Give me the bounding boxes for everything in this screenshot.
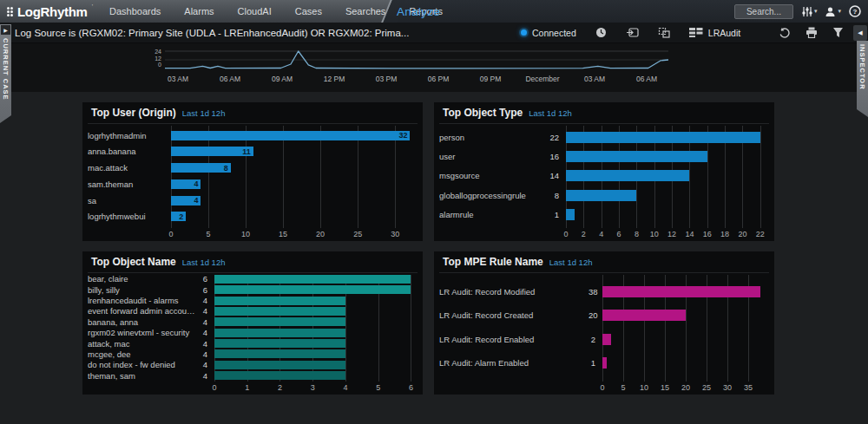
value-label: 20	[589, 310, 602, 320]
inspector-tab[interactable]: INSPECTOR	[857, 41, 868, 117]
bar[interactable]	[602, 286, 760, 297]
print-button[interactable]	[806, 27, 818, 38]
bar[interactable]: 2	[171, 212, 186, 221]
timeline-x-tick: 03 AM	[584, 75, 605, 83]
category-label: LR Audit: Record Enabled	[439, 335, 589, 344]
log-source-filter[interactable]: Log Source is (RGXM02: Primary Site (UDL…	[15, 28, 409, 38]
chart-row: msgsource14	[439, 170, 769, 181]
filters-dropdown[interactable]: ▾	[801, 6, 818, 17]
undo-button[interactable]	[779, 27, 791, 38]
panel-title: Top Object Name	[91, 256, 176, 268]
value-label: 4	[199, 306, 214, 316]
bar[interactable]	[214, 349, 345, 358]
category-label: msgsource	[439, 171, 543, 180]
bar[interactable]	[602, 334, 611, 345]
panel-header: Top Object Type Last 1d 12h	[439, 102, 769, 124]
bar[interactable]	[566, 151, 707, 162]
x-tick-label: 0	[563, 230, 568, 238]
bar[interactable]	[566, 190, 636, 201]
bar[interactable]	[214, 307, 345, 316]
timeline-x-tick: December	[525, 75, 559, 83]
chart-rows: logrhythmadmin32anna.banana11mac.attack8…	[88, 124, 418, 228]
panel-timerange: Last 1d 12h	[529, 108, 572, 118]
bar[interactable]	[214, 285, 411, 294]
bar[interactable]	[214, 329, 345, 337]
timeline-x-tick: 06 PM	[428, 75, 450, 83]
top-navbar: LogRhythm ' DashboardsAlarmsCloudAICases…	[0, 0, 868, 23]
bar-track	[602, 357, 769, 369]
user-menu[interactable]: ▾	[825, 6, 841, 17]
bar-track	[566, 132, 769, 143]
bar[interactable]	[566, 170, 689, 181]
bar[interactable]	[214, 275, 411, 284]
saved-search-selector[interactable]: LRAudit	[689, 28, 740, 38]
filter-button[interactable]	[832, 27, 844, 38]
chart-row: bear, claire6	[88, 274, 418, 284]
value-label: 6	[199, 285, 214, 295]
value-label: 4	[194, 179, 198, 188]
search-button[interactable]: Search...	[734, 4, 793, 19]
value-label: 4	[199, 349, 214, 359]
category-label: LR Audit: Record Created	[439, 310, 589, 320]
chart-rows: LR Audit: Record Modified38LR Audit: Rec…	[439, 273, 769, 382]
chart-rows: person22user16msgsource14globallogproces…	[439, 124, 769, 228]
bar[interactable]	[214, 339, 345, 348]
panel-header: Top MPE Rule Name Last 1d 12h	[439, 251, 769, 273]
value-label: 4	[199, 371, 214, 381]
chart-row: logrhythmwebui2	[88, 212, 418, 221]
chart-row: attack, mac4	[88, 339, 418, 349]
x-tick-label: 10	[650, 230, 659, 238]
panel-title: Top MPE Rule Name	[443, 256, 543, 268]
tab-analyze[interactable]: Analyze	[397, 0, 440, 23]
chart-row: theman, sam4	[88, 371, 418, 381]
x-tick-label: 10	[640, 383, 648, 392]
bar[interactable]	[566, 209, 575, 220]
value-label: 8	[224, 164, 228, 173]
bar[interactable]	[214, 361, 345, 369]
chart-area: LR Audit: Record Modified38LR Audit: Rec…	[439, 273, 769, 382]
panel-top-user-origin: Top User (Origin) Last 1d 12h logrhythma…	[82, 102, 423, 241]
time-range-button[interactable]	[595, 27, 607, 38]
x-tick-label: 5	[621, 383, 625, 392]
x-tick-label: 4	[343, 383, 347, 392]
panel-top-mpe-rule-name: Top MPE Rule Name Last 1d 12h LR Audit: …	[434, 251, 774, 395]
panel-timerange: Last 1d 12h	[182, 108, 226, 118]
nav-item-alarms[interactable]: Alarms	[184, 6, 214, 16]
timeline-plot[interactable]	[165, 49, 668, 70]
bar[interactable]	[214, 317, 345, 326]
bar[interactable]: 8	[171, 163, 231, 173]
bar-track	[214, 328, 418, 337]
connection-status: Connected	[521, 28, 576, 38]
bar[interactable]	[602, 357, 607, 369]
x-tick-label: 30	[391, 230, 399, 238]
category-label: logrhythmwebui	[88, 212, 171, 221]
add-to-case-button[interactable]	[626, 27, 639, 38]
bar-track	[214, 274, 418, 284]
bar[interactable]: 32	[171, 131, 410, 140]
bar[interactable]	[566, 132, 760, 143]
nav-item-searches[interactable]: Searches	[345, 6, 385, 16]
timeline-line-chart	[165, 49, 668, 70]
current-case-tab[interactable]: ▶ CURRENT CASE	[0, 24, 11, 123]
category-label: anna.banana	[88, 147, 171, 156]
bar[interactable]	[214, 371, 345, 380]
bar[interactable]: 11	[171, 147, 253, 156]
bar-track: 4	[171, 179, 418, 189]
bar-track	[566, 190, 769, 201]
clock-icon	[595, 27, 607, 38]
bar[interactable]: 4	[171, 179, 201, 189]
x-tick-label: 15	[661, 383, 669, 392]
log-volume-timeline[interactable]: 24120 03 AM06 AM09 AM12 PM03 PM06 PM09 P…	[0, 43, 868, 92]
nav-item-cloudai[interactable]: CloudAI	[238, 6, 272, 16]
category-label: sa	[88, 196, 171, 205]
help-button[interactable]: ?	[849, 5, 861, 17]
bar[interactable]	[214, 297, 345, 305]
sliders-icon	[801, 6, 812, 17]
nav-item-dashboards[interactable]: Dashboards	[109, 6, 161, 16]
bar[interactable]	[602, 310, 686, 321]
nav-item-cases[interactable]: Cases	[295, 6, 322, 16]
bar[interactable]: 4	[171, 196, 201, 205]
export-button[interactable]	[658, 27, 670, 38]
inspector-collapse-button[interactable]: ◀	[853, 25, 867, 41]
category-label: user	[439, 152, 543, 161]
